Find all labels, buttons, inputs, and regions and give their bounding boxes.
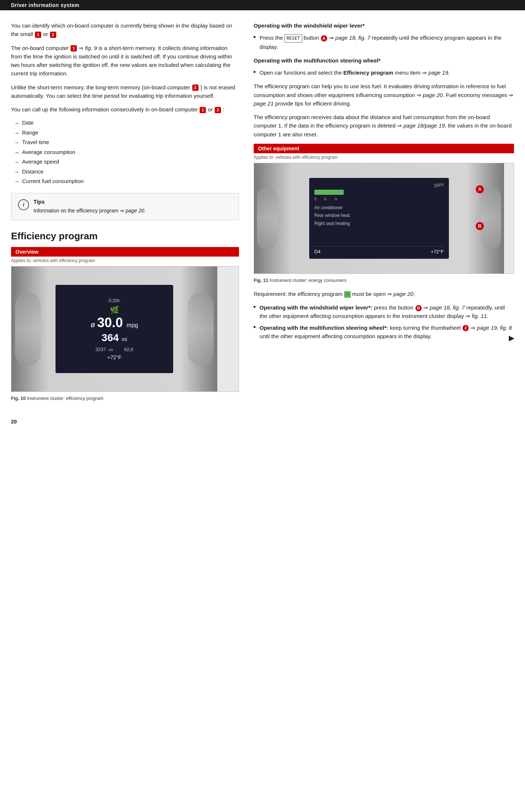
screen2-footer: D4 +72°F [314,246,444,254]
watermark-11: B8V-0368 [497,165,501,182]
temp-display: +72°F [431,249,444,254]
badge-2c: 2 [215,107,221,113]
other-applies-to: Applies to: vehicles with efficiency pro… [254,155,514,160]
cluster-screen: 0:20h 🌿 ø 30.0 mpg 364 mi 3237 mi 92,6 + [56,285,173,373]
multifunction-heading: Operating with the multifunction steerin… [254,57,381,64]
windshield-item: Press the RESET button A ⇒ page 18, fig.… [254,33,514,51]
tips-content: Tips Information on the efficiency progr… [33,198,146,215]
page-number: 20 [0,415,525,432]
header-bar: Driver information system [0,0,525,10]
cluster-fig11: B8V-0368 gal/h 0 ⅛ ¼ [254,163,504,273]
list-item: Rear window heat. [314,212,444,220]
tips-box: i Tips Information on the efficiency pro… [11,193,239,221]
left-column: You can identify which on-board computer… [11,21,239,408]
windshield-heading: Operating with the windshield wiper leve… [254,22,365,29]
other-equipment-bar: Other equipment [254,144,514,153]
badge-1: 1 [35,32,41,38]
screen2-unit: gal/h [314,182,444,187]
badge-2d: 2 [463,325,469,331]
operating-list: Operating with the windshield wiper leve… [254,303,514,340]
list-item: Distance [15,168,239,176]
badge-2: 2 [50,32,56,38]
requirement-para: Requirement: the efficiency program 🌿 mu… [254,290,514,298]
label-a: A [476,185,484,193]
multifunction-list: Open car functions and select the Effici… [254,68,514,77]
list-item: Range [15,129,239,137]
figure-10-label: Fig. 10 Instrument cluster: efficiency p… [11,394,239,401]
list-item: Average speed [15,158,239,166]
figure-11-container: B8V-0368 gal/h 0 ⅛ ¼ [254,163,514,274]
figure-11-label: Fig. 11 Instrument cluster: energy consu… [254,276,514,283]
cluster-time: 0:20h [108,298,120,303]
list-item: Right seat heating [314,220,444,228]
tips-text: Information on the efficiency program ⇒ … [33,207,146,215]
cluster-temp: +72°F [107,354,121,360]
figure-10-container: B8V-0367 0:20h 🌿 ø 30.0 mpg 364 mi [11,266,239,392]
list-item: Current fuel consumption [15,177,239,186]
screen2-items: Air conditioner Rear window heat. Right … [314,204,444,228]
intro-p2: The on-board computer 1 ⇒ fig. 9 is a sh… [11,44,239,78]
efficiency-icon: 🌿 [344,291,351,298]
label-b: B [476,222,484,230]
operating-item-2: Operating with the multifunction steerin… [254,323,514,341]
bar-row [314,190,444,195]
badge-1c: 1 [200,107,206,113]
tips-title: Tips [33,198,146,205]
multifunction-item: Open car functions and select the Effici… [254,68,514,77]
list-item: Date [15,119,239,127]
multifunction-heading-para: Operating with the multifunction steerin… [254,56,514,65]
badge-1b: 1 [71,45,77,51]
cluster-mpg: ø 30.0 mpg [91,315,138,330]
overview-bar: Overview [11,247,239,257]
efficiency-p1: The efficiency program can help you to u… [254,82,514,108]
watermark: B8V-0367 [210,269,214,285]
intro-p4: You can call up the following informatio… [11,105,239,114]
dash-list: Date Range Travel time Average consumpti… [15,119,239,186]
applies-to: Applies to: vehicles with efficiency pro… [11,258,239,263]
intro-p3: Unlike the short-term memory, the long-t… [11,83,239,100]
badge-2b: 2 [192,85,199,91]
green-bar [314,190,344,195]
bar-scale: 0 ⅛ ¼ [314,197,444,201]
badge-b: B [415,305,422,311]
efficiency-p2: The efficiency program receives data abo… [254,113,514,139]
cluster-mi: 364 mi [101,332,127,344]
header-title: Driver information system [11,2,79,8]
cluster-screen2: gal/h 0 ⅛ ¼ Air conditioner Rear window … [309,178,449,259]
list-item: Air conditioner [314,204,444,212]
arrow-right: ▶ [509,333,514,344]
gear-display: D4 [314,249,321,254]
info-icon: i [18,199,29,210]
badge-a: A [321,35,327,42]
cluster-bottom: 3237 mi 92,6 [95,347,133,352]
cluster-fig10: B8V-0367 0:20h 🌿 ø 30.0 mpg 364 mi [11,267,217,391]
reset-button-label: RESET [285,34,302,43]
list-item: Average consumption [15,148,239,157]
windshield-heading-para: Operating with the windshield wiper leve… [254,21,514,30]
main-content: You can identify which on-board computer… [0,10,525,415]
section-heading: Efficiency program [11,230,239,242]
cluster-leaf: 🌿 [110,305,119,314]
right-column: Operating with the windshield wiper leve… [254,21,514,408]
list-item: Travel time [15,138,239,147]
intro-p1: You can identify which on-board computer… [11,21,239,39]
operating-item-1: Operating with the windshield wiper leve… [254,303,514,321]
page: Driver information system You can identi… [0,0,525,432]
windshield-list: Press the RESET button A ⇒ page 18, fig.… [254,33,514,51]
